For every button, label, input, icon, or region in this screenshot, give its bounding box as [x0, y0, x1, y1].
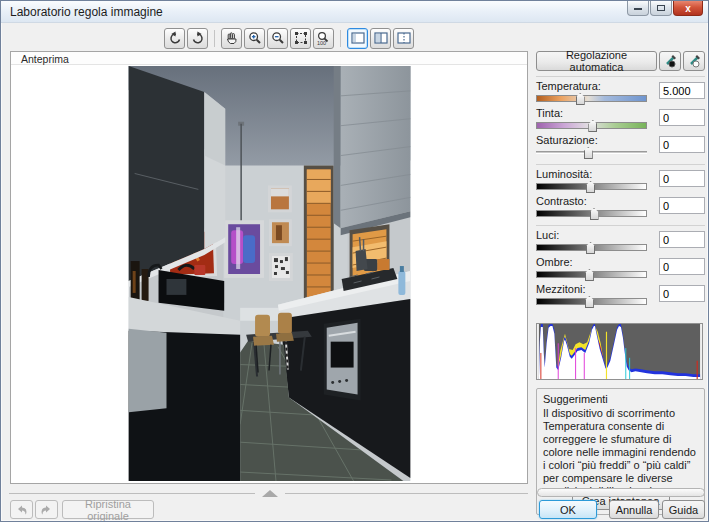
zoom-out-icon	[271, 31, 285, 45]
preview-canvas[interactable]	[11, 65, 527, 482]
rotate-cw-icon	[191, 31, 205, 45]
saturation-slider-thumb[interactable]	[584, 147, 593, 159]
group-separator	[536, 164, 705, 165]
restore-original-button[interactable]: Ripristina originale	[62, 500, 154, 519]
help-button[interactable]: Guida	[662, 500, 705, 519]
toolbar-separator	[340, 30, 341, 47]
brightness-label: Luminosità:	[536, 168, 651, 180]
zoom-100-button[interactable]: 100	[313, 28, 334, 49]
preview-label: Anteprima	[11, 52, 527, 65]
divider-line	[9, 493, 255, 494]
preview-panel: Anteprima	[10, 51, 528, 484]
maximize-icon	[657, 5, 665, 11]
midtones-label: Mezzitoni:	[536, 283, 651, 295]
undo-icon	[15, 504, 28, 515]
title-bar[interactable]: Laboratorio regola immagine x	[1, 1, 708, 23]
adjustments-panel: Regolazione automatica Temperatura: Tint…	[536, 51, 705, 515]
progress-bar	[537, 488, 705, 497]
preview-full-button[interactable]	[347, 28, 368, 49]
zoom-out-button[interactable]	[267, 28, 288, 49]
close-icon: x	[685, 3, 691, 14]
cancel-button[interactable]: Annulla	[609, 500, 659, 519]
black-eyedropper-icon	[663, 54, 677, 68]
rotate-cw-button[interactable]	[187, 28, 208, 49]
temperature-value-input[interactable]	[659, 82, 705, 99]
temperature-slider[interactable]	[536, 95, 647, 102]
contrast-label: Contrasto:	[536, 195, 651, 207]
brightness-value-input[interactable]	[659, 170, 705, 187]
maximize-button[interactable]	[650, 1, 672, 16]
auto-adjust-button[interactable]: Regolazione automatica	[536, 51, 657, 71]
ok-button[interactable]: OK	[539, 500, 597, 519]
contrast-value-input[interactable]	[659, 197, 705, 214]
tint-value-input[interactable]	[659, 109, 705, 126]
hints-title: Suggerimenti	[543, 393, 698, 405]
hints-body: Il dispositivo di scorrimento Temperatur…	[543, 407, 698, 498]
redo-button[interactable]	[35, 500, 58, 519]
dialog-window: Laboratorio regola immagine x 100	[0, 0, 709, 522]
single-pane-icon	[351, 32, 365, 44]
midtones-value-input[interactable]	[659, 285, 705, 302]
black-point-eyedropper-button[interactable]	[659, 51, 681, 71]
group-separator	[536, 76, 705, 77]
white-eyedropper-icon	[687, 54, 701, 68]
undo-button[interactable]	[10, 500, 33, 519]
zoom-in-icon	[248, 31, 262, 45]
highlights-label: Luci:	[536, 229, 651, 241]
highlights-value-input[interactable]	[659, 231, 705, 248]
split-pane-icon	[397, 32, 411, 44]
collapse-handle-icon[interactable]	[262, 490, 278, 497]
histogram	[536, 323, 703, 380]
saturation-label: Saturazione:	[536, 134, 651, 146]
white-point-eyedropper-button[interactable]	[683, 51, 705, 71]
shadows-label: Ombre:	[536, 256, 651, 268]
zoom-100-icon: 100	[316, 31, 331, 46]
close-button[interactable]: x	[673, 1, 703, 16]
zoom-in-button[interactable]	[244, 28, 265, 49]
redo-icon	[40, 504, 53, 515]
rotate-ccw-icon	[168, 31, 182, 45]
window-title: Laboratorio regola immagine	[10, 5, 163, 19]
minimize-button[interactable]	[627, 1, 649, 16]
preview-toolbar: 100	[164, 26, 414, 50]
shadows-value-input[interactable]	[659, 258, 705, 275]
tint-label: Tinta:	[536, 107, 651, 119]
preview-split-button[interactable]	[393, 28, 414, 49]
saturation-value-input[interactable]	[659, 136, 705, 153]
rotate-ccw-button[interactable]	[164, 28, 185, 49]
pan-button[interactable]	[221, 28, 242, 49]
hand-icon	[225, 31, 239, 45]
divider-line	[285, 493, 528, 494]
temperature-label: Temperatura:	[536, 80, 651, 92]
two-pane-icon	[374, 32, 388, 44]
preview-before-after-button[interactable]	[370, 28, 391, 49]
toolbar-separator	[214, 30, 215, 47]
preview-image[interactable]	[128, 66, 411, 481]
zoom-fit-button[interactable]	[290, 28, 311, 49]
zoom-fit-icon	[294, 31, 308, 45]
svg-text:100: 100	[317, 40, 326, 46]
group-separator	[536, 225, 705, 226]
